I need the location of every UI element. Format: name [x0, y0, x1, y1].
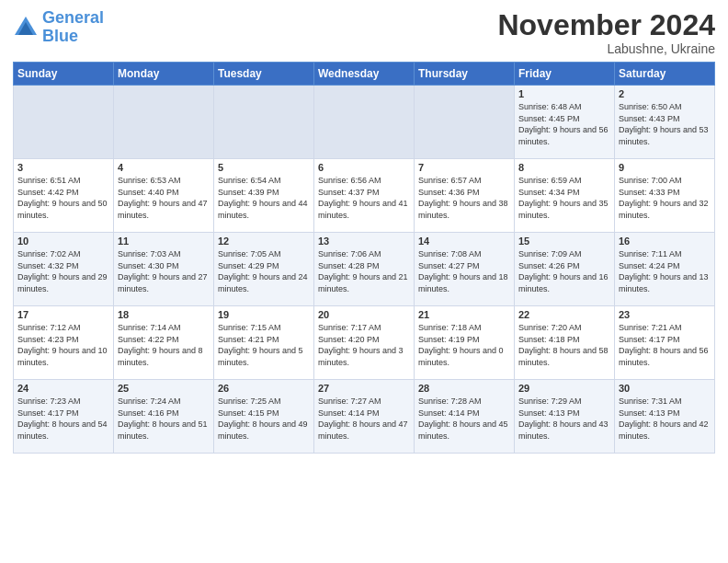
calendar-cell	[314, 86, 415, 159]
day-info: Sunrise: 7:23 AM Sunset: 4:17 PM Dayligh…	[17, 396, 109, 442]
calendar-cell: 1Sunrise: 6:48 AM Sunset: 4:45 PM Daylig…	[515, 86, 615, 159]
day-info: Sunrise: 6:53 AM Sunset: 4:40 PM Dayligh…	[118, 175, 210, 221]
day-info: Sunrise: 7:09 AM Sunset: 4:26 PM Dayligh…	[518, 248, 610, 294]
calendar-cell: 24Sunrise: 7:23 AM Sunset: 4:17 PM Dayli…	[14, 380, 114, 454]
day-number: 8	[518, 162, 610, 173]
day-info: Sunrise: 7:00 AM Sunset: 4:33 PM Dayligh…	[619, 175, 711, 221]
day-info: Sunrise: 7:24 AM Sunset: 4:16 PM Dayligh…	[118, 396, 210, 442]
day-info: Sunrise: 6:54 AM Sunset: 4:39 PM Dayligh…	[218, 175, 310, 221]
day-number: 6	[318, 162, 410, 173]
calendar-cell: 21Sunrise: 7:18 AM Sunset: 4:19 PM Dayli…	[415, 306, 515, 380]
calendar-cell: 17Sunrise: 7:12 AM Sunset: 4:23 PM Dayli…	[14, 306, 114, 380]
day-info: Sunrise: 6:51 AM Sunset: 4:42 PM Dayligh…	[17, 175, 109, 221]
main-container: General Blue November 2024 Labushne, Ukr…	[0, 0, 728, 461]
calendar-cell: 26Sunrise: 7:25 AM Sunset: 4:15 PM Dayli…	[214, 380, 314, 454]
day-number: 13	[318, 236, 410, 247]
day-number: 14	[418, 236, 510, 247]
day-number: 4	[118, 162, 210, 173]
day-header: Sunday	[14, 63, 114, 86]
day-info: Sunrise: 7:03 AM Sunset: 4:30 PM Dayligh…	[118, 248, 210, 294]
day-header: Monday	[114, 63, 214, 86]
calendar-cell: 27Sunrise: 7:27 AM Sunset: 4:14 PM Dayli…	[314, 380, 415, 454]
calendar-cell: 29Sunrise: 7:29 AM Sunset: 4:13 PM Dayli…	[515, 380, 615, 454]
day-header: Tuesday	[214, 63, 314, 86]
day-number: 5	[218, 162, 310, 173]
day-info: Sunrise: 7:27 AM Sunset: 4:14 PM Dayligh…	[318, 396, 410, 442]
day-info: Sunrise: 7:12 AM Sunset: 4:23 PM Dayligh…	[17, 322, 109, 368]
calendar-cell: 12Sunrise: 7:05 AM Sunset: 4:29 PM Dayli…	[214, 233, 314, 306]
day-number: 3	[17, 162, 109, 173]
calendar-cell: 20Sunrise: 7:17 AM Sunset: 4:20 PM Dayli…	[314, 306, 415, 380]
calendar-cell: 22Sunrise: 7:20 AM Sunset: 4:18 PM Dayli…	[515, 306, 615, 380]
calendar-cell: 10Sunrise: 7:02 AM Sunset: 4:32 PM Dayli…	[14, 233, 114, 306]
calendar-cell: 2Sunrise: 6:50 AM Sunset: 4:43 PM Daylig…	[615, 86, 715, 159]
day-info: Sunrise: 7:08 AM Sunset: 4:27 PM Dayligh…	[418, 248, 510, 294]
calendar-cell: 16Sunrise: 7:11 AM Sunset: 4:24 PM Dayli…	[615, 233, 715, 306]
day-number: 1	[518, 88, 610, 99]
day-number: 19	[218, 309, 310, 320]
day-info: Sunrise: 6:59 AM Sunset: 4:34 PM Dayligh…	[518, 175, 610, 221]
header: General Blue November 2024 Labushne, Ukr…	[13, 9, 715, 56]
calendar-cell: 28Sunrise: 7:28 AM Sunset: 4:14 PM Dayli…	[415, 380, 515, 454]
calendar-cell	[14, 86, 114, 159]
day-info: Sunrise: 6:50 AM Sunset: 4:43 PM Dayligh…	[619, 101, 711, 147]
day-header: Thursday	[415, 63, 515, 86]
calendar-cell: 8Sunrise: 6:59 AM Sunset: 4:34 PM Daylig…	[515, 159, 615, 233]
day-header: Friday	[515, 63, 615, 86]
calendar-cell: 23Sunrise: 7:21 AM Sunset: 4:17 PM Dayli…	[615, 306, 715, 380]
title-block: November 2024 Labushne, Ukraine	[497, 9, 715, 56]
day-number: 16	[619, 236, 711, 247]
calendar-table: SundayMondayTuesdayWednesdayThursdayFrid…	[13, 62, 715, 454]
calendar-week: 10Sunrise: 7:02 AM Sunset: 4:32 PM Dayli…	[14, 233, 715, 306]
calendar-week: 3Sunrise: 6:51 AM Sunset: 4:42 PM Daylig…	[14, 159, 715, 233]
calendar-cell: 7Sunrise: 6:57 AM Sunset: 4:36 PM Daylig…	[415, 159, 515, 233]
logo-text: General Blue	[42, 9, 104, 46]
day-number: 2	[619, 88, 711, 99]
day-info: Sunrise: 7:31 AM Sunset: 4:13 PM Dayligh…	[619, 396, 711, 442]
day-info: Sunrise: 7:21 AM Sunset: 4:17 PM Dayligh…	[619, 322, 711, 368]
day-number: 7	[418, 162, 510, 173]
day-number: 15	[518, 236, 610, 247]
day-info: Sunrise: 7:17 AM Sunset: 4:20 PM Dayligh…	[318, 322, 410, 368]
logo-line1: General	[42, 8, 104, 27]
calendar-cell: 18Sunrise: 7:14 AM Sunset: 4:22 PM Dayli…	[114, 306, 214, 380]
calendar-week: 24Sunrise: 7:23 AM Sunset: 4:17 PM Dayli…	[14, 380, 715, 454]
day-number: 21	[418, 309, 510, 320]
day-info: Sunrise: 6:48 AM Sunset: 4:45 PM Dayligh…	[518, 101, 610, 147]
day-number: 27	[318, 383, 410, 394]
calendar-cell: 15Sunrise: 7:09 AM Sunset: 4:26 PM Dayli…	[515, 233, 615, 306]
day-info: Sunrise: 7:28 AM Sunset: 4:14 PM Dayligh…	[418, 396, 510, 442]
day-number: 28	[418, 383, 510, 394]
calendar-cell: 4Sunrise: 6:53 AM Sunset: 4:40 PM Daylig…	[114, 159, 214, 233]
day-number: 29	[518, 383, 610, 394]
calendar-cell: 25Sunrise: 7:24 AM Sunset: 4:16 PM Dayli…	[114, 380, 214, 454]
logo-icon	[13, 15, 39, 40]
day-number: 30	[619, 383, 711, 394]
header-row: SundayMondayTuesdayWednesdayThursdayFrid…	[14, 63, 715, 86]
day-number: 11	[118, 236, 210, 247]
calendar-week: 1Sunrise: 6:48 AM Sunset: 4:45 PM Daylig…	[14, 86, 715, 159]
calendar-cell: 11Sunrise: 7:03 AM Sunset: 4:30 PM Dayli…	[114, 233, 214, 306]
logo-line2: Blue	[42, 27, 78, 45]
calendar-cell: 19Sunrise: 7:15 AM Sunset: 4:21 PM Dayli…	[214, 306, 314, 380]
day-number: 24	[17, 383, 109, 394]
calendar-cell	[415, 86, 515, 159]
day-number: 26	[218, 383, 310, 394]
day-number: 17	[17, 309, 109, 320]
day-number: 18	[118, 309, 210, 320]
day-info: Sunrise: 7:14 AM Sunset: 4:22 PM Dayligh…	[118, 322, 210, 368]
day-info: Sunrise: 7:15 AM Sunset: 4:21 PM Dayligh…	[218, 322, 310, 368]
calendar-body: 1Sunrise: 6:48 AM Sunset: 4:45 PM Daylig…	[14, 86, 715, 454]
day-info: Sunrise: 7:18 AM Sunset: 4:19 PM Dayligh…	[418, 322, 510, 368]
calendar-cell: 13Sunrise: 7:06 AM Sunset: 4:28 PM Dayli…	[314, 233, 415, 306]
calendar-cell: 9Sunrise: 7:00 AM Sunset: 4:33 PM Daylig…	[615, 159, 715, 233]
calendar-cell	[114, 86, 214, 159]
day-info: Sunrise: 6:56 AM Sunset: 4:37 PM Dayligh…	[318, 175, 410, 221]
day-info: Sunrise: 7:05 AM Sunset: 4:29 PM Dayligh…	[218, 248, 310, 294]
day-info: Sunrise: 7:29 AM Sunset: 4:13 PM Dayligh…	[518, 396, 610, 442]
day-number: 20	[318, 309, 410, 320]
day-info: Sunrise: 6:57 AM Sunset: 4:36 PM Dayligh…	[418, 175, 510, 221]
calendar-week: 17Sunrise: 7:12 AM Sunset: 4:23 PM Dayli…	[14, 306, 715, 380]
calendar-cell: 3Sunrise: 6:51 AM Sunset: 4:42 PM Daylig…	[14, 159, 114, 233]
day-header: Wednesday	[314, 63, 415, 86]
